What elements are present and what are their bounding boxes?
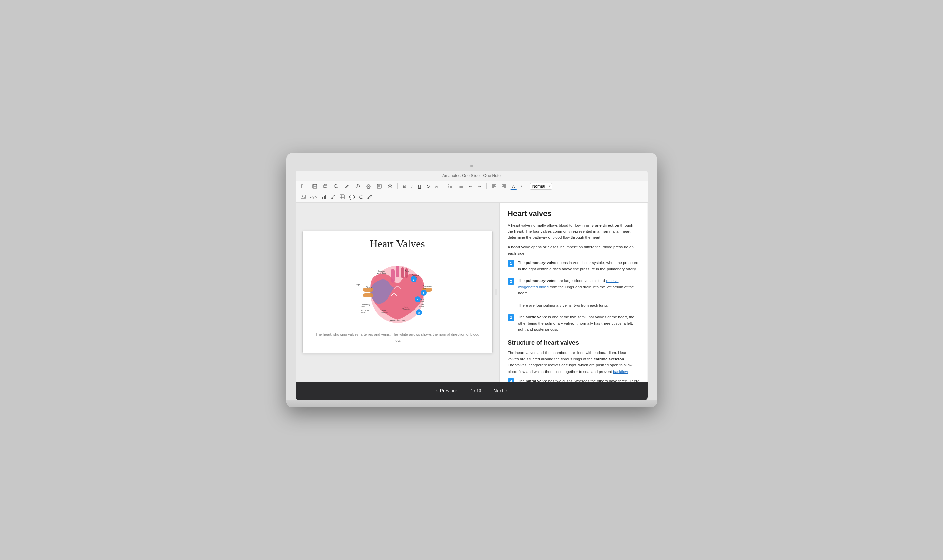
symbol-btn[interactable]: ∈ bbox=[357, 194, 365, 201]
laptop-screen: Amanote : One Slide - One Note bbox=[296, 171, 648, 400]
notes-heading1: Heart valves bbox=[508, 209, 639, 218]
font-style-wrapper[interactable]: Normal bbox=[530, 183, 552, 190]
microphone-icon bbox=[366, 184, 371, 189]
laptop-camera bbox=[296, 163, 648, 169]
toolbar-sep3 bbox=[486, 183, 486, 189]
svg-rect-48 bbox=[401, 267, 404, 278]
badge-1: 1 bbox=[508, 260, 514, 267]
svg-text:Atrium: Atrium bbox=[366, 286, 372, 288]
clock-icon bbox=[355, 184, 360, 189]
pen-icon bbox=[344, 184, 350, 189]
align-left-btn[interactable] bbox=[489, 182, 498, 190]
highlight-btn[interactable]: A bbox=[433, 182, 440, 190]
svg-point-4 bbox=[334, 185, 337, 188]
font-style-select[interactable]: Normal bbox=[530, 183, 552, 190]
badge-4: 4 bbox=[508, 378, 514, 382]
italic-btn[interactable]: I bbox=[409, 182, 415, 191]
clock-btn[interactable] bbox=[353, 182, 362, 191]
app-window: Amanote : One Slide - One Note bbox=[296, 171, 648, 400]
svg-point-26 bbox=[458, 188, 459, 188]
notes-panel[interactable]: Heart valves A heart valve normally allo… bbox=[500, 203, 647, 382]
edit-pencil-btn[interactable] bbox=[366, 193, 374, 201]
pen-btn[interactable] bbox=[342, 182, 352, 191]
svg-text:Right: Right bbox=[356, 283, 360, 286]
left-chevron-icon: ‹ bbox=[436, 388, 438, 394]
notes-item-2: 2 The pulmonary veins are large blood ve… bbox=[508, 277, 639, 308]
previous-label: Previous bbox=[440, 388, 458, 394]
svg-rect-38 bbox=[324, 196, 325, 198]
toolbar-sep2 bbox=[443, 183, 443, 189]
svg-rect-7 bbox=[368, 185, 369, 187]
svg-point-14 bbox=[389, 186, 391, 187]
previous-btn[interactable]: ‹ Previous bbox=[429, 385, 465, 397]
unordered-list-btn[interactable] bbox=[456, 182, 465, 190]
notes-intro1: A heart valve normally allows blood to f… bbox=[508, 222, 639, 241]
svg-rect-47 bbox=[396, 266, 399, 277]
notes-item-2-content: The pulmonary veins are large blood vess… bbox=[518, 277, 639, 308]
badge-3: 3 bbox=[508, 314, 514, 321]
strikethrough-btn[interactable]: S bbox=[425, 182, 432, 190]
ordered-list-icon: 1 2 3 bbox=[448, 184, 453, 189]
image-icon bbox=[301, 194, 306, 199]
notes-item-1: 1 The pulmonary valve opens in ventricul… bbox=[508, 260, 639, 272]
underline-btn[interactable]: U bbox=[416, 182, 423, 191]
svg-text:Valve: Valve bbox=[361, 311, 366, 313]
image-insert-btn[interactable] bbox=[299, 193, 308, 201]
save-icon bbox=[312, 184, 317, 189]
slide-image-area: Superior Vena Cava Aorta Pulmonary Arter… bbox=[313, 255, 483, 326]
zoom-btn[interactable] bbox=[331, 182, 341, 191]
save-btn[interactable] bbox=[310, 182, 319, 191]
folder-btn[interactable] bbox=[299, 182, 309, 191]
svg-text:2: 2 bbox=[423, 292, 425, 295]
notes-item-4-content: The mitral valve has two cusps, whereas … bbox=[518, 378, 639, 382]
ordered-list-btn[interactable]: 1 2 3 bbox=[446, 182, 455, 190]
toolbar-sep1 bbox=[397, 183, 398, 189]
print-btn[interactable] bbox=[321, 182, 330, 191]
svg-rect-37 bbox=[322, 197, 323, 198]
link-backflow[interactable]: backflow bbox=[613, 369, 628, 374]
view-btn[interactable] bbox=[385, 182, 395, 191]
slide-caption: The heart, showing valves, arteries and … bbox=[313, 332, 483, 343]
print-icon bbox=[323, 184, 328, 189]
svg-text:Inferior Vena Cava: Inferior Vena Cava bbox=[390, 320, 405, 322]
right-chevron-icon: › bbox=[505, 388, 507, 394]
chart-insert-btn[interactable] bbox=[320, 193, 328, 201]
list-btn[interactable] bbox=[375, 182, 384, 191]
scroll-dot bbox=[495, 289, 497, 291]
code-insert-btn[interactable]: </> bbox=[309, 194, 319, 201]
notes-structure1: The heart valves and the chambers are li… bbox=[508, 349, 639, 375]
svg-rect-46 bbox=[391, 269, 395, 283]
app-title: Amanote : One Slide - One Note bbox=[442, 173, 501, 178]
indent-increase-btn[interactable]: ⇥ bbox=[476, 182, 483, 190]
bold-btn[interactable]: B bbox=[400, 182, 408, 191]
next-btn[interactable]: Next › bbox=[487, 385, 514, 397]
svg-rect-3 bbox=[324, 185, 327, 188]
indent-decrease-btn[interactable]: ⇤ bbox=[467, 182, 474, 190]
nav-bar: ‹ Previous 4 / 13 Next › bbox=[296, 382, 648, 400]
color-picker-btn[interactable]: ▾ bbox=[518, 183, 524, 189]
notes-item-4: 4 The mitral valve has two cusps, wherea… bbox=[508, 378, 639, 382]
list-icon bbox=[377, 184, 382, 189]
svg-text:Valve: Valve bbox=[361, 306, 366, 308]
superscript-btn[interactable]: x2 bbox=[329, 193, 337, 201]
scroll-dot bbox=[495, 291, 497, 293]
toolbar-row2: </> x2 bbox=[296, 192, 648, 203]
slide-panel: Heart Valves bbox=[296, 203, 500, 382]
text-color-btn[interactable]: A bbox=[510, 183, 517, 190]
svg-line-5 bbox=[337, 187, 338, 188]
svg-rect-40 bbox=[340, 195, 344, 199]
svg-text:4: 4 bbox=[417, 298, 419, 302]
svg-text:Aorta: Aorta bbox=[405, 270, 409, 272]
align-left-icon bbox=[491, 184, 496, 189]
svg-point-25 bbox=[458, 186, 459, 187]
svg-text:3: 3 bbox=[448, 187, 449, 188]
align-right-btn[interactable] bbox=[500, 182, 509, 190]
laptop-base bbox=[286, 400, 657, 407]
notes-intro2: A heart valve opens or closes incumbent … bbox=[508, 244, 639, 257]
next-label: Next bbox=[494, 388, 503, 394]
svg-text:3: 3 bbox=[418, 311, 420, 314]
align-right-icon bbox=[501, 184, 507, 189]
comment-btn[interactable]: 💬 bbox=[347, 194, 356, 201]
table-insert-btn[interactable] bbox=[338, 193, 346, 201]
mic-btn[interactable] bbox=[364, 182, 373, 191]
